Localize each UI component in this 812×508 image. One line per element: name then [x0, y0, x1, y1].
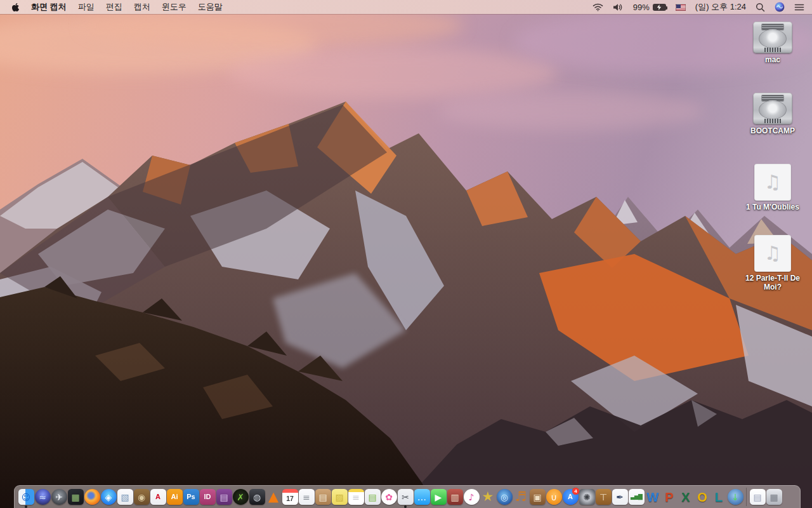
audio-file-icon: ♫ — [754, 235, 791, 272]
dock-app-preview[interactable]: ▧ — [117, 486, 133, 508]
notification-center-icon[interactable] — [794, 3, 804, 11]
dock-app-indesign[interactable]: ID — [199, 486, 216, 508]
battery-percent-label: 99% — [633, 3, 650, 12]
dock-app-excel[interactable]: X — [678, 486, 694, 508]
dock-app-journal[interactable]: ◉ — [133, 486, 150, 508]
disk-tool-icon: ◍ — [249, 489, 265, 505]
menu-item-4[interactable]: 도움말 — [198, 1, 223, 13]
dock-app-photoshop[interactable]: Ps — [183, 486, 199, 508]
dock-app-itunes[interactable]: ♪ — [463, 486, 480, 508]
dock-app-downloads-doc[interactable]: ▤ — [749, 486, 766, 508]
music-note-icon: ♫ — [764, 173, 782, 192]
messages-icon: … — [414, 489, 430, 505]
dock-app-mission-control[interactable]: ▦ — [67, 486, 84, 508]
apple-menu[interactable] — [11, 3, 20, 12]
stickies-icon: ▨ — [332, 489, 348, 505]
photo-booth-icon: ▥ — [447, 489, 463, 505]
documents-app-icon: ▤ — [365, 489, 381, 505]
dock-app-photo-booth[interactable]: ▥ — [447, 486, 463, 508]
numbers-09-icon: ▃▅▇ — [629, 489, 645, 505]
acrobat-icon: A — [150, 489, 166, 505]
trash-icon: ▦ — [766, 489, 782, 505]
reminders-icon: ≡ — [299, 489, 315, 505]
dock-app-photos[interactable]: ✿ — [381, 486, 397, 508]
desktop-icon-bootcamp[interactable]: BOOTCAMP — [737, 93, 808, 164]
dock-app-powerpoint[interactable]: P — [661, 486, 678, 508]
dock-app-documents-app[interactable]: ▤ — [364, 486, 381, 508]
siri-icon[interactable] — [775, 2, 785, 12]
dock-app-pages-09[interactable]: ✒ — [612, 486, 628, 508]
lync-icon: L — [711, 489, 727, 505]
desktop-icon-label: mac — [765, 56, 780, 65]
dock-app-siri[interactable]: ≈ — [34, 486, 51, 508]
dock-app-numbers-09[interactable]: ▃▅▇ — [628, 486, 645, 508]
active-app-name[interactable]: 화면 캡처 — [31, 1, 67, 13]
unarchiver-icon: ▤ — [315, 489, 331, 505]
facetime-icon: ▶ — [431, 489, 447, 505]
menu-item-0[interactable]: 파일 — [78, 1, 95, 13]
dock-app-idvd[interactable]: ◎ — [496, 486, 513, 508]
dock-app-green-x-app[interactable]: ✗ — [232, 486, 249, 508]
dock-app-disk-tool[interactable]: ◍ — [249, 486, 265, 508]
dock-app-scrapbook[interactable]: ▣ — [529, 486, 546, 508]
outlook-icon: O — [695, 489, 710, 505]
notes-icon: ≡ — [348, 489, 364, 505]
desktop-icon-1-tu-m-oublies[interactable]: ♫1 Tu M'Oublies — [737, 164, 808, 235]
running-indicator — [25, 505, 27, 508]
dock-app-reminders[interactable]: ≡ — [298, 486, 315, 508]
dock-app-calendar[interactable]: 17 — [282, 486, 298, 508]
dock-app-system-preferences[interactable]: ✺ — [579, 486, 595, 508]
dock-app-app-store[interactable]: A4 — [562, 486, 579, 508]
wifi-icon[interactable] — [593, 3, 603, 11]
dock-app-acrobat[interactable]: A — [150, 486, 166, 508]
ibooks-icon: ∪ — [546, 489, 562, 505]
imovie-icon: ★ — [480, 489, 496, 505]
apple-logo-icon — [11, 3, 20, 12]
dock-app-stickies[interactable]: ▨ — [331, 486, 348, 508]
desktop-icon-column: macBOOTCAMP♫1 Tu M'Oublies♫12 Parle-T-Il… — [737, 22, 808, 306]
dock-app-ibooks[interactable]: ∪ — [546, 486, 562, 508]
download-manager-icon: ↓ — [728, 489, 743, 505]
battery-status[interactable]: 99% — [633, 3, 666, 12]
desktop-icon-12-parle-t-il-de-moi-[interactable]: ♫12 Parle-T-Il De Moi? — [737, 235, 808, 306]
dock-app-imovie[interactable]: ★ — [480, 486, 496, 508]
hard-drive-icon — [753, 93, 792, 124]
dock-app-unarchiver[interactable]: ▤ — [315, 486, 331, 508]
menu-item-3[interactable]: 윈도우 — [162, 1, 187, 13]
dock: ☺≈✈▦◈▧◉AAiPsID▤✗◍▲17≡▤▨≡▤✿✂…▶▥♪★◎♬▣∪A4✺⊤… — [14, 485, 801, 508]
dock-app-garageband[interactable]: ♬ — [513, 486, 529, 508]
dock-app-download-manager[interactable]: ↓ — [727, 486, 743, 508]
spotlight-search-icon[interactable] — [756, 3, 765, 12]
preview-icon: ▧ — [117, 489, 133, 505]
us-flag-icon[interactable] — [676, 4, 686, 11]
dock-app-toast[interactable]: ▤ — [216, 486, 232, 508]
dock-app-trash[interactable]: ▦ — [766, 486, 782, 508]
menu-clock[interactable]: (일) 오후 1:24 — [695, 1, 746, 13]
finder-icon: ☺ — [18, 489, 34, 505]
dock-app-keynote[interactable]: ⊤ — [595, 486, 612, 508]
idvd-icon: ◎ — [497, 489, 513, 505]
menu-item-2[interactable]: 캡처 — [134, 1, 150, 13]
audio-file-icon: ♫ — [754, 164, 791, 201]
dock-app-notes[interactable]: ≡ — [348, 486, 364, 508]
garageband-icon: ♬ — [513, 489, 529, 505]
dock-app-messages[interactable]: … — [414, 486, 430, 508]
volume-icon[interactable] — [613, 3, 624, 11]
dock-app-grab[interactable]: ✂ — [397, 486, 414, 508]
dock-app-firefox[interactable] — [84, 486, 100, 508]
dock-app-lync[interactable]: L — [710, 486, 727, 508]
photos-icon: ✿ — [381, 489, 397, 505]
dock-app-safari[interactable]: ◈ — [100, 486, 117, 508]
dock-app-outlook[interactable]: O — [694, 486, 710, 508]
dock-app-facetime[interactable]: ▶ — [430, 486, 447, 508]
dock-app-finder[interactable]: ☺ — [18, 486, 34, 508]
dock-app-vlc[interactable]: ▲ — [265, 486, 282, 508]
desktop-icon-mac[interactable]: mac — [737, 22, 808, 93]
dock-app-word[interactable]: W — [645, 486, 661, 508]
menu-item-1[interactable]: 편집 — [106, 1, 122, 13]
grab-icon: ✂ — [398, 489, 414, 505]
dock-app-illustrator[interactable]: Ai — [166, 486, 183, 508]
calendar-icon: 17 — [282, 489, 298, 505]
siri-icon: ≈ — [35, 489, 51, 505]
dock-app-launchpad[interactable]: ✈ — [51, 486, 67, 508]
